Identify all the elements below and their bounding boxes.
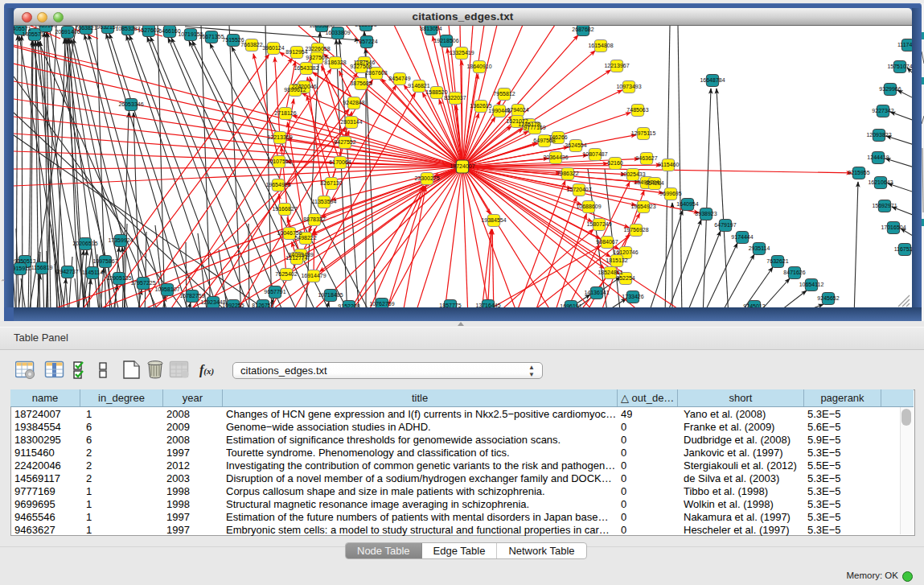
svg-text:3624554: 3624554 [565, 142, 586, 148]
svg-text:8215955: 8215955 [848, 170, 869, 175]
svg-text:10762759: 10762759 [369, 301, 394, 307]
svg-text:17359924: 17359924 [108, 237, 133, 243]
svg-text:7357224: 7357224 [355, 39, 377, 44]
svg-text:26053346: 26053346 [118, 101, 143, 107]
svg-text:23226058: 23226058 [305, 46, 330, 51]
svg-text:9777169: 9777169 [524, 125, 545, 130]
svg-text:10975867: 10975867 [92, 258, 117, 264]
svg-text:12093822: 12093822 [866, 132, 891, 138]
svg-text:19718485: 19718485 [318, 292, 343, 298]
svg-text:23300275: 23300275 [414, 175, 439, 181]
svg-text:20364436: 20364436 [543, 154, 568, 160]
svg-text:19756928: 19756928 [623, 227, 648, 233]
svg-text:9242848: 9242848 [343, 100, 364, 105]
svg-text:1527602: 1527602 [138, 27, 159, 33]
svg-text:10958107: 10958107 [154, 286, 179, 292]
svg-text:16033809: 16033809 [325, 30, 350, 35]
svg-text:16671355: 16671355 [199, 34, 224, 39]
svg-text:8427552: 8427552 [334, 139, 355, 145]
svg-text:8813054: 8813054 [420, 26, 441, 31]
svg-text:10107552: 10107552 [266, 159, 291, 164]
svg-text:12213369: 12213369 [267, 134, 292, 140]
svg-text:1815132: 1815132 [606, 257, 627, 263]
svg-text:16543382: 16543382 [294, 65, 318, 71]
svg-text:16782759: 16782759 [179, 293, 204, 299]
svg-text:12213967: 12213967 [604, 63, 629, 68]
svg-text:16120746: 16120746 [613, 249, 638, 255]
svg-text:16033808: 16033808 [309, 26, 334, 28]
svg-text:13716445: 13716445 [475, 303, 500, 307]
svg-text:1092255: 1092255 [222, 303, 244, 307]
svg-text:17016504: 17016504 [881, 225, 906, 230]
svg-text:15751074: 15751074 [887, 64, 912, 69]
svg-text:15807249: 15807249 [586, 221, 611, 227]
svg-text:7986322: 7986322 [556, 171, 578, 176]
svg-text:3915911: 3915911 [14, 266, 31, 271]
svg-text:9657791: 9657791 [264, 289, 285, 295]
svg-text:9463627: 9463627 [635, 155, 657, 161]
svg-text:9146821: 9146821 [408, 83, 429, 89]
svg-text:16154808: 16154808 [588, 43, 613, 48]
svg-text:9327508: 9327508 [350, 64, 372, 69]
svg-text:17957225: 17957225 [130, 280, 155, 286]
svg-text:11353594: 11353594 [312, 199, 337, 204]
svg-text:9350513: 9350513 [14, 258, 35, 264]
svg-text:9245652: 9245652 [817, 295, 839, 301]
svg-text:5498222: 5498222 [294, 235, 316, 241]
svg-text:8322037: 8322037 [444, 95, 466, 101]
svg-text:2718126: 2718126 [274, 110, 296, 116]
svg-text:10853287: 10853287 [115, 26, 140, 31]
svg-text:18640910: 18640910 [466, 64, 491, 69]
svg-text:2803144: 2803144 [340, 119, 362, 125]
svg-text:10973493: 10973493 [616, 84, 641, 89]
svg-text:1405571: 1405571 [14, 26, 31, 31]
svg-text:14136141: 14136141 [584, 290, 609, 295]
svg-text:9152208: 9152208 [338, 303, 359, 307]
svg-text:9227342: 9227342 [872, 108, 893, 113]
svg-text:20206515: 20206515 [72, 241, 97, 246]
svg-text:10688609: 10688609 [576, 204, 601, 209]
svg-text:6479197: 6479197 [714, 222, 736, 228]
svg-text:8126753: 8126753 [252, 303, 273, 307]
svg-text:1244419: 1244419 [867, 154, 889, 160]
svg-text:62160: 62160 [607, 160, 623, 166]
svg-text:10025433: 10025433 [620, 171, 645, 177]
svg-text:2935114: 2935114 [749, 245, 770, 251]
svg-text:1117405: 1117405 [897, 42, 912, 47]
svg-text:16914479: 16914479 [301, 273, 326, 278]
svg-text:9174444: 9174444 [731, 234, 753, 240]
svg-text:10807487: 10807487 [582, 151, 607, 157]
svg-text:8454749: 8454749 [388, 76, 410, 81]
svg-text:19218506: 19218506 [433, 38, 458, 43]
svg-text:1857775: 1857775 [439, 303, 461, 307]
svg-text:16210643: 16210643 [868, 179, 893, 185]
svg-text:18524861: 18524861 [598, 270, 622, 275]
svg-text:1696191: 1696191 [560, 303, 581, 307]
svg-text:9245012: 9245012 [743, 303, 765, 307]
svg-text:15720407: 15720407 [566, 187, 591, 192]
svg-text:16648784: 16648784 [700, 77, 725, 83]
svg-text:3960124: 3960124 [262, 45, 284, 51]
svg-text:2867608: 2867608 [365, 70, 387, 76]
svg-text:7632621: 7632621 [766, 258, 788, 264]
svg-text:8186328: 8186328 [324, 60, 346, 65]
svg-text:2069140: 2069140 [35, 26, 56, 28]
svg-text:19166827: 19166827 [272, 206, 297, 212]
svg-text:19384554: 19384554 [481, 217, 506, 223]
svg-text:8878332: 8878332 [303, 216, 325, 222]
svg-text:954284: 954284 [645, 180, 663, 186]
svg-text:1212774: 1212774 [285, 255, 307, 261]
svg-text:9899612: 9899612 [284, 87, 306, 93]
svg-text:8813053: 8813053 [355, 26, 376, 27]
svg-text:19654923: 19654923 [630, 204, 655, 209]
svg-text:9084067: 9084067 [596, 239, 618, 245]
svg-text:7663821: 7663821 [75, 26, 97, 31]
svg-text:2942737: 2942737 [56, 269, 78, 274]
svg-text:1733426: 1733426 [622, 294, 643, 299]
svg-text:19654985: 19654985 [265, 182, 290, 187]
svg-text:6170064: 6170064 [329, 159, 351, 165]
svg-text:1167533: 1167533 [894, 246, 912, 252]
svg-text:1588520: 1588520 [425, 89, 447, 95]
svg-text:14055712: 14055712 [22, 31, 47, 37]
svg-text:3875685: 3875685 [350, 80, 372, 86]
